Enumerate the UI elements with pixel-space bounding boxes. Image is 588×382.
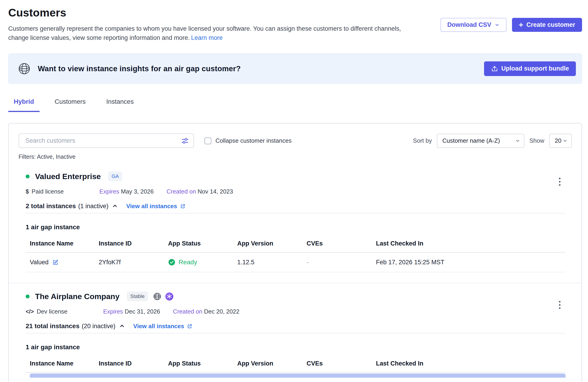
license-row: </> Dev license Expires Dec 31, 2026 Cre… — [26, 308, 566, 315]
collapse-chevron-up-icon[interactable] — [119, 323, 125, 329]
collapse-instances-checkbox[interactable] — [205, 137, 211, 144]
instances-total: 21 total instances — [26, 322, 80, 330]
search-input[interactable] — [19, 133, 194, 148]
tab-instances[interactable]: Instances — [101, 98, 139, 112]
app-status: Ready — [179, 258, 197, 266]
external-link-icon — [187, 323, 192, 329]
airgap-insights-banner: Want to view instance insights for an ai… — [8, 53, 582, 84]
instances-summary-row: 21 total instances (20 inactive) View al… — [26, 322, 566, 330]
instance-name: Valued — [30, 259, 48, 266]
sort-select-value: Customer name (A-Z) — [442, 137, 500, 144]
col-cves: CVEs — [307, 240, 376, 247]
customer-name[interactable]: Valued Enterprise — [35, 172, 101, 181]
header-actions: Download CSV + Create customer — [441, 18, 582, 32]
active-status-dot — [26, 174, 30, 178]
download-csv-button[interactable]: Download CSV — [441, 18, 506, 32]
airgap-instances-heading: 1 air gap instance — [26, 224, 566, 231]
col-instance-id: Instance ID — [99, 360, 168, 367]
tab-customers[interactable]: Customers — [49, 98, 91, 112]
expires-date: May 3, 2026 — [121, 188, 154, 195]
created-meta: Created on Dec 20, 2022 — [173, 308, 239, 315]
app-status-cell: Ready — [168, 258, 237, 266]
globe-icon — [18, 62, 31, 75]
divider — [26, 333, 566, 334]
page-description: Customers generally represent the compan… — [8, 24, 420, 42]
airgap-instances-table: Instance Name Instance ID App Status App… — [26, 360, 566, 378]
license-type-label: Paid license — [32, 188, 64, 195]
active-status-dot — [26, 295, 30, 298]
airgap-instances-heading: 1 air gap instance — [26, 343, 566, 351]
edit-icon[interactable] — [52, 259, 59, 266]
show-select[interactable]: 20 — [549, 134, 572, 148]
expires-meta: Expires Dec 31, 2026 — [103, 308, 160, 315]
license-type: </> Dev license — [26, 308, 67, 315]
search-box — [19, 133, 194, 148]
customer-section-the-airplane-company: The Airplane Company Stable — [9, 283, 582, 378]
chevron-down-icon — [515, 138, 520, 143]
instance-name-cell: Valued — [30, 259, 99, 266]
channel-badge: GA — [108, 171, 122, 181]
upload-support-bundle-button[interactable]: Upload support bundle — [484, 61, 576, 76]
license-type-label: Dev license — [37, 308, 67, 315]
upload-icon — [491, 65, 498, 72]
view-all-instances-label: View all instances — [126, 203, 177, 210]
col-last-checked-in: Last Checked In — [376, 360, 566, 367]
tab-hybrid[interactable]: Hybrid — [8, 98, 40, 112]
active-filters-label: Filters: Active, Inactive — [9, 148, 582, 160]
external-link-icon — [180, 203, 186, 209]
customer-menu-button[interactable] — [558, 298, 561, 312]
view-all-instances-label: View all instances — [133, 323, 184, 330]
learn-more-link[interactable]: Learn more — [191, 34, 223, 41]
view-all-instances-link[interactable]: View all instances — [133, 323, 192, 330]
created-date: Nov 14, 2023 — [198, 188, 233, 195]
license-row: $ Paid license Expires May 3, 2026 Creat… — [26, 188, 566, 195]
instances-total: 2 total instances — [26, 202, 76, 210]
download-csv-label: Download CSV — [447, 21, 491, 28]
customers-page: Customers Customers generally represent … — [0, 0, 588, 382]
plus-icon: + — [519, 21, 523, 29]
create-customer-button[interactable]: + Create customer — [512, 18, 582, 32]
col-app-status: App Status — [168, 240, 237, 247]
table-row: Valued 2YfoK7f Ready — [26, 253, 566, 272]
check-circle-icon — [168, 258, 175, 266]
expires-meta: Expires May 3, 2026 — [99, 188, 154, 195]
filter-icon[interactable] — [181, 137, 189, 145]
instance-id: 2YfoK7f — [99, 259, 168, 266]
sort-by-label: Sort by — [413, 137, 432, 144]
chevron-down-icon — [495, 22, 500, 27]
tab-bar: Hybrid Customers Instances — [8, 98, 582, 112]
col-app-status: App Status — [168, 360, 237, 367]
sort-select[interactable]: Customer name (A-Z) — [437, 134, 524, 148]
col-instance-name: Instance Name — [30, 240, 99, 247]
chevron-down-icon — [563, 138, 568, 143]
expires-date: Dec 31, 2026 — [125, 308, 160, 315]
toolbar-right: Sort by Customer name (A-Z) Show 20 — [413, 134, 572, 148]
collapse-instances-control: Collapse customer instances — [205, 137, 292, 144]
show-label: Show — [529, 137, 544, 144]
create-customer-label: Create customer — [526, 21, 575, 28]
created-label: Created on — [167, 188, 196, 195]
collapse-chevron-up-icon[interactable] — [112, 203, 118, 209]
created-label: Created on — [173, 308, 202, 315]
airgap-instances-table: Instance Name Instance ID App Status App… — [26, 240, 566, 272]
customer-name[interactable]: The Airplane Company — [35, 292, 120, 301]
instances-inactive: (1 inactive) — [78, 203, 108, 210]
table-header-row: Instance Name Instance ID App Status App… — [26, 360, 566, 373]
expires-label: Expires — [99, 188, 119, 195]
customer-menu-button[interactable] — [558, 175, 561, 188]
view-all-instances-link[interactable]: View all instances — [126, 203, 186, 210]
col-instance-id: Instance ID — [99, 240, 168, 247]
instance-row-partial — [30, 374, 566, 378]
app-version: 1.12.5 — [237, 259, 307, 266]
col-last-checked-in: Last Checked In — [376, 240, 566, 247]
col-instance-name: Instance Name — [30, 360, 99, 367]
install-type-icons — [153, 292, 174, 301]
last-checked-in: Feb 17, 2026 15:25 MST — [376, 259, 566, 266]
customer-header: Valued Enterprise GA — [26, 171, 566, 181]
cves: - — [307, 259, 376, 266]
customers-card: Collapse customer instances Sort by Cust… — [8, 123, 582, 382]
col-app-version: App Version — [237, 240, 307, 247]
col-app-version: App Version — [237, 360, 307, 367]
page-title: Customers — [8, 6, 582, 19]
banner-title: Want to view instance insights for an ai… — [38, 64, 241, 73]
